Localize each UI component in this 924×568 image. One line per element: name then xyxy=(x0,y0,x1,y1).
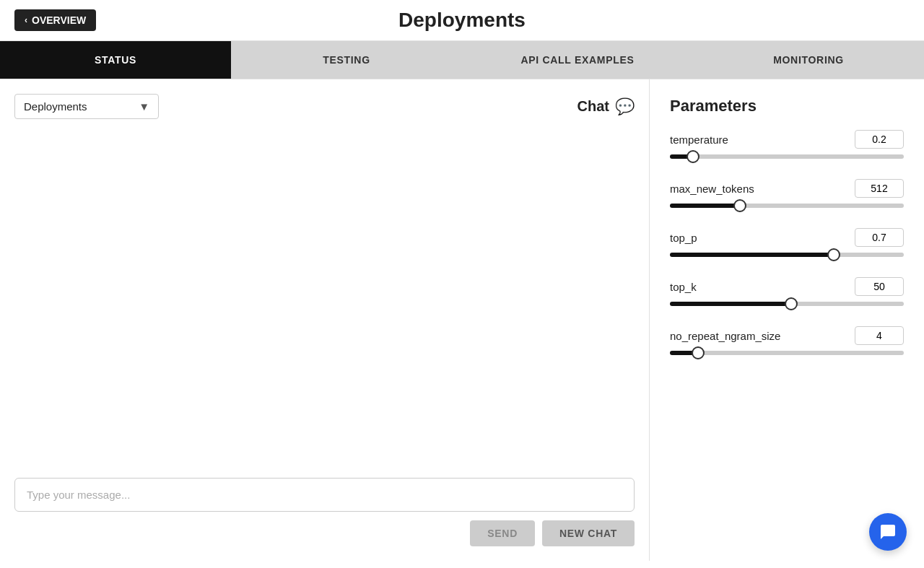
param-no-repeat-ngram-size-header: no_repeat_ngram_size xyxy=(670,326,904,345)
deployment-select-label: Deployments xyxy=(24,100,87,113)
param-top-k-slider[interactable] xyxy=(670,302,904,306)
floating-chat-button[interactable] xyxy=(869,513,907,551)
chat-messages-area xyxy=(14,131,635,469)
param-top-p: top_p xyxy=(670,228,904,257)
chat-label: Chat 💬 xyxy=(578,97,635,116)
page-title: Deployments xyxy=(398,9,526,32)
tab-testing[interactable]: TESTING xyxy=(231,41,462,79)
param-temperature-slider[interactable] xyxy=(670,154,904,159)
parameters-panel: Parameters temperature max_new_tokens xyxy=(650,79,924,561)
tab-status[interactable]: STATUS xyxy=(0,41,231,79)
param-top-k: top_k xyxy=(670,277,904,306)
param-no-repeat-ngram-size-value[interactable] xyxy=(855,326,904,345)
chevron-left-icon: ‹ xyxy=(25,15,27,25)
chat-panel: Deployments ▼ Chat 💬 Type your message..… xyxy=(0,79,650,561)
chat-input[interactable]: Type your message... xyxy=(14,478,635,512)
param-max-new-tokens-slider[interactable] xyxy=(670,204,904,208)
new-chat-button[interactable]: NEW CHAT xyxy=(542,520,635,546)
param-max-new-tokens-header: max_new_tokens xyxy=(670,179,904,198)
chat-input-placeholder: Type your message... xyxy=(27,489,130,501)
dropdown-arrow-icon: ▼ xyxy=(139,100,149,113)
send-button[interactable]: SEND xyxy=(470,520,535,546)
chat-header: Deployments ▼ Chat 💬 xyxy=(14,94,635,119)
parameters-title: Parameters xyxy=(670,97,904,115)
param-temperature-header: temperature xyxy=(670,130,904,149)
param-no-repeat-ngram-size-name: no_repeat_ngram_size xyxy=(670,330,780,342)
chat-text-label: Chat xyxy=(578,98,609,115)
param-top-k-value[interactable] xyxy=(855,277,904,296)
param-temperature: temperature xyxy=(670,130,904,159)
param-top-k-header: top_k xyxy=(670,277,904,296)
param-no-repeat-ngram-size-slider[interactable] xyxy=(670,351,904,355)
param-top-p-value[interactable] xyxy=(855,228,904,247)
back-label: OVERVIEW xyxy=(32,14,86,26)
param-max-new-tokens-value[interactable] xyxy=(855,179,904,198)
deployment-select[interactable]: Deployments ▼ xyxy=(14,94,159,119)
param-top-p-name: top_p xyxy=(670,232,697,244)
tab-monitoring[interactable]: MONITORING xyxy=(693,41,924,79)
tabs-bar: STATUS TESTING API CALL EXAMPLES MONITOR… xyxy=(0,41,924,79)
tab-api-call-examples[interactable]: API CALL EXAMPLES xyxy=(462,41,693,79)
header: ‹ OVERVIEW Deployments xyxy=(0,0,924,41)
back-button[interactable]: ‹ OVERVIEW xyxy=(14,9,96,31)
param-top-p-slider[interactable] xyxy=(670,253,904,257)
param-top-k-name: top_k xyxy=(670,281,697,293)
chat-buttons: SEND NEW CHAT xyxy=(14,520,635,546)
param-max-new-tokens-name: max_new_tokens xyxy=(670,183,754,195)
param-no-repeat-ngram-size: no_repeat_ngram_size xyxy=(670,326,904,355)
param-top-p-header: top_p xyxy=(670,228,904,247)
param-temperature-value[interactable] xyxy=(855,130,904,149)
param-max-new-tokens: max_new_tokens xyxy=(670,179,904,208)
chat-bubble-icon: 💬 xyxy=(615,97,635,116)
floating-chat-icon xyxy=(879,523,897,541)
main-content: Deployments ▼ Chat 💬 Type your message..… xyxy=(0,79,924,561)
param-temperature-name: temperature xyxy=(670,134,728,146)
